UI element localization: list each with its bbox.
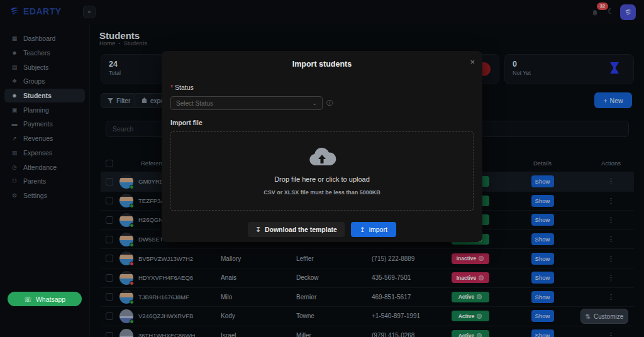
import-button[interactable]: ↥ import	[351, 222, 396, 237]
upload-icon: ↥	[360, 226, 365, 233]
download-icon: ↧	[255, 226, 261, 233]
required-asterisk: *	[170, 84, 173, 91]
cloud-upload-icon	[308, 146, 336, 168]
customize-columns-button[interactable]: ⇅ Customize	[580, 309, 628, 324]
status-select-placeholder: Select Status	[176, 100, 213, 107]
import-file-label: Import file	[170, 119, 474, 126]
whatsapp-button[interactable]: ☏ Whatsapp	[8, 292, 82, 306]
file-dropzone[interactable]: Drop file here or click to upload CSV or…	[170, 131, 474, 211]
dropzone-text: Drop file here or click to upload	[274, 175, 370, 183]
sliders-icon: ⇅	[586, 313, 591, 320]
download-template-button[interactable]: ↧ Download the template	[248, 222, 345, 237]
import-students-modal: Import students × *Status Select Status …	[162, 51, 482, 242]
chevron-down-icon: ⌄	[312, 100, 317, 106]
customize-label: Customize	[594, 313, 623, 320]
whatsapp-label: Whatsapp	[36, 296, 65, 303]
modal-title: Import students	[162, 51, 482, 69]
status-field-label: *Status	[170, 84, 474, 91]
modal-body: *Status Select Status ⌄ ⓘ Import file Dr…	[162, 84, 482, 237]
status-select[interactable]: Select Status ⌄	[170, 96, 323, 110]
modal-close-icon[interactable]: ×	[470, 57, 475, 67]
dropzone-hint: CSV or XLSX file must be less than 5000K…	[264, 189, 380, 196]
info-icon: ⓘ	[326, 99, 333, 108]
whatsapp-icon: ☏	[24, 296, 32, 303]
